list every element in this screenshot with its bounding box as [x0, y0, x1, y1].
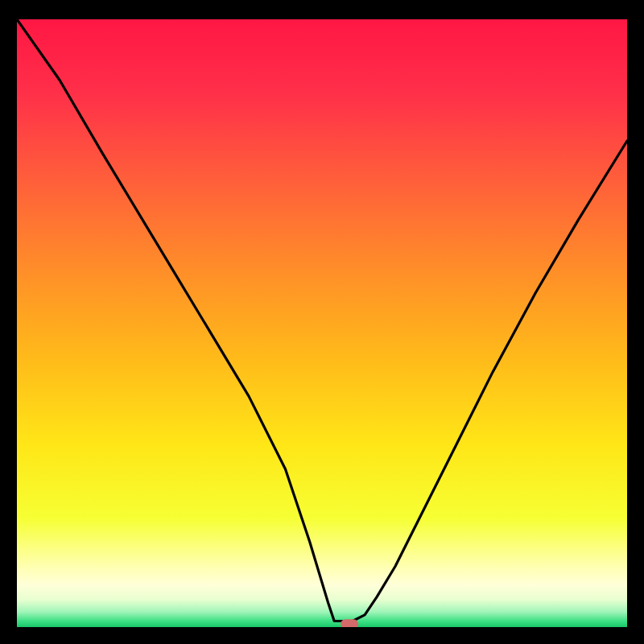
optimal-marker	[341, 619, 358, 627]
chart-frame: TheBottleneck.com	[17, 19, 627, 627]
gradient-background	[17, 19, 627, 627]
bottleneck-chart	[17, 19, 627, 627]
